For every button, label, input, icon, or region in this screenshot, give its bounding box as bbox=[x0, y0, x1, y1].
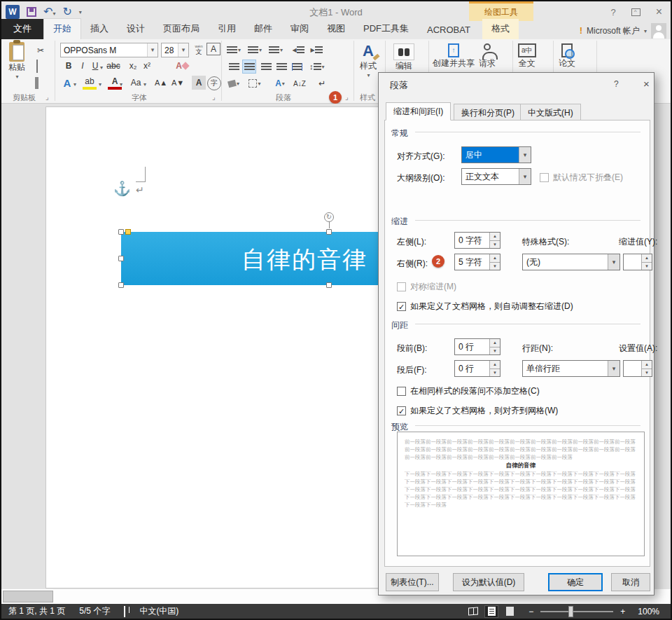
cancel-button[interactable]: 取消 bbox=[611, 573, 650, 591]
zoom-slider-thumb[interactable] bbox=[568, 606, 573, 617]
help-icon[interactable]: ? bbox=[610, 7, 615, 18]
tab-mailings[interactable]: 邮件 bbox=[245, 19, 281, 39]
highlight-color-icon[interactable]: ab bbox=[83, 76, 97, 90]
font-name-caret-icon[interactable]: ▾ bbox=[147, 43, 158, 57]
line-spacing-icon[interactable]: ↕▾ bbox=[309, 60, 325, 74]
font-size-caret-icon[interactable]: ▾ bbox=[178, 43, 188, 57]
underline-caret-icon[interactable]: ▾ bbox=[100, 64, 103, 71]
proofing-icon[interactable] bbox=[117, 607, 132, 616]
outline-caret-icon[interactable]: ▾ bbox=[519, 169, 531, 184]
multilevel-list-icon[interactable]: ▾ bbox=[269, 43, 283, 57]
read-mode-icon[interactable] bbox=[467, 606, 479, 617]
tabs-button[interactable]: 制表位(T)... bbox=[386, 573, 439, 591]
align-right-icon[interactable] bbox=[259, 60, 273, 74]
handle-top-mid[interactable] bbox=[326, 229, 332, 235]
distribute-icon[interactable] bbox=[290, 60, 304, 74]
web-layout-icon[interactable] bbox=[503, 606, 516, 617]
borders-icon[interactable]: ▾ bbox=[248, 76, 262, 90]
horizontal-scrollbar-thumb[interactable] bbox=[3, 591, 53, 602]
copy-icon[interactable] bbox=[36, 60, 38, 73]
page-indicator[interactable]: 第 1 页, 共 1 页 bbox=[1, 605, 72, 617]
tab-design[interactable]: 设计 bbox=[118, 19, 154, 39]
superscript-button[interactable]: x² bbox=[140, 59, 154, 73]
asian-layout-icon[interactable]: A▾ bbox=[273, 76, 287, 90]
shading-icon[interactable]: ▾ bbox=[227, 76, 241, 90]
dialog-tab-indents-spacing[interactable]: 缩进和间距(I) bbox=[386, 102, 451, 120]
rotate-handle[interactable]: ↻ bbox=[324, 212, 334, 222]
indent-by-spinner[interactable]: ▲▼ bbox=[623, 254, 652, 270]
font-size-combo[interactable]: 28 ▾ bbox=[161, 43, 189, 57]
alignment-combo[interactable]: 居中 ▾ bbox=[461, 146, 531, 163]
collapsed-by-default-checkbox[interactable]: 默认情况下折叠(E) bbox=[540, 172, 623, 184]
handle-bottom-left[interactable] bbox=[118, 282, 124, 288]
subscript-button[interactable]: x₂ bbox=[126, 59, 140, 73]
special-format-combo[interactable]: (无) ▾ bbox=[522, 254, 620, 270]
handle-mid-left[interactable] bbox=[118, 256, 124, 261]
tab-review[interactable]: 审阅 bbox=[281, 19, 318, 39]
bullets-icon[interactable]: ▾ bbox=[227, 43, 241, 57]
ok-button[interactable]: 确定 bbox=[548, 573, 603, 591]
styles-button[interactable]: A 样式 ▾ bbox=[360, 42, 377, 78]
bold-button[interactable]: B bbox=[62, 59, 76, 73]
word-count[interactable]: 5/5 个字 bbox=[72, 605, 117, 617]
indent-right-spinner[interactable]: 5 字符 ▲▼ bbox=[454, 254, 500, 270]
zoom-level[interactable]: 100% bbox=[631, 607, 671, 616]
auto-adjust-right-indent-checkbox[interactable]: ✓ 如果定义了文档网格，则自动调整右缩进(D) bbox=[397, 301, 573, 312]
dialog-tab-line-page-breaks[interactable]: 换行和分页(P) bbox=[454, 104, 522, 120]
dialog-close-icon[interactable]: × bbox=[643, 78, 650, 90]
dialog-tab-asian-typography[interactable]: 中文版式(H) bbox=[520, 104, 581, 120]
shrink-font-icon[interactable]: A▼ bbox=[171, 76, 185, 90]
italic-button[interactable]: I bbox=[76, 59, 90, 73]
grow-font-icon[interactable]: A▲ bbox=[154, 76, 168, 90]
phonetic-guide-icon[interactable]: wén文 bbox=[192, 42, 206, 56]
clear-formatting-icon[interactable]: A bbox=[175, 59, 189, 73]
text-box-text[interactable]: 自律的音律 bbox=[241, 244, 368, 276]
cut-icon[interactable]: ✂ bbox=[34, 43, 48, 57]
change-case-icon[interactable]: Aa bbox=[129, 76, 143, 90]
text-effects-icon[interactable]: A bbox=[60, 76, 74, 90]
zoom-slider[interactable] bbox=[540, 611, 613, 612]
sort-icon[interactable]: A↓Z bbox=[293, 76, 307, 90]
alignment-caret-icon[interactable]: ▾ bbox=[519, 147, 531, 163]
request-signatures-button[interactable]: 请求 bbox=[479, 43, 496, 69]
show-marks-icon[interactable]: ↵ bbox=[315, 76, 329, 90]
align-center-icon[interactable] bbox=[242, 60, 256, 74]
no-space-same-style-checkbox[interactable]: 在相同样式的段落间不添加空格(C) bbox=[397, 385, 540, 397]
decrease-indent-icon[interactable]: ◀ bbox=[291, 43, 305, 57]
font-dialog-launcher[interactable]: ⌟ bbox=[211, 92, 216, 102]
align-left-icon[interactable] bbox=[227, 60, 241, 74]
fulltext-translate-button[interactable]: a中 全文 bbox=[518, 43, 536, 69]
character-border-icon[interactable]: A bbox=[206, 43, 220, 55]
handle-top-left[interactable] bbox=[118, 229, 124, 235]
tab-references[interactable]: 引用 bbox=[209, 19, 245, 39]
strikethrough-button[interactable]: abc bbox=[106, 59, 120, 73]
outline-level-combo[interactable]: 正文文本 ▾ bbox=[461, 168, 531, 185]
space-before-spinner[interactable]: 0 行 ▲▼ bbox=[454, 338, 500, 355]
tab-home[interactable]: 开始 bbox=[43, 18, 81, 39]
tab-pdf-tools[interactable]: PDF工具集 bbox=[354, 19, 418, 39]
snap-to-grid-checkbox[interactable]: ✓ 如果定义了文档网格，则对齐到网格(W) bbox=[397, 405, 558, 417]
increase-indent-icon[interactable]: ▶ bbox=[309, 43, 323, 57]
avatar[interactable] bbox=[651, 23, 666, 39]
close-icon[interactable]: × bbox=[656, 6, 662, 18]
handle-bottom-mid[interactable] bbox=[326, 282, 332, 288]
indent-left-spinner[interactable]: 0 字符 ▲▼ bbox=[454, 232, 500, 249]
font-name-combo[interactable]: OPPOSans M ▾ bbox=[60, 43, 158, 57]
paper-check-button[interactable]: 论文 bbox=[559, 43, 575, 69]
mirror-indents-checkbox[interactable]: 对称缩进(M) bbox=[397, 281, 456, 293]
adjust-handle[interactable] bbox=[125, 229, 131, 235]
format-painter-icon[interactable] bbox=[35, 77, 38, 90]
tab-format[interactable]: 格式 bbox=[482, 19, 519, 39]
paste-button[interactable]: 粘贴 ▾ bbox=[8, 42, 25, 80]
tab-page-layout[interactable]: 页面布局 bbox=[154, 19, 209, 39]
tab-insert[interactable]: 插入 bbox=[81, 19, 118, 39]
clipboard-dialog-launcher[interactable]: ⌟ bbox=[45, 92, 50, 102]
enclose-characters-icon[interactable]: 字 bbox=[207, 76, 221, 90]
character-shading-icon[interactable]: A bbox=[192, 76, 206, 90]
dialog-help-icon[interactable]: ? bbox=[614, 79, 619, 89]
line-spacing-combo[interactable]: 单倍行距 ▾ bbox=[522, 360, 620, 377]
tab-file[interactable]: 文件 bbox=[1, 19, 43, 39]
zoom-out-button[interactable]: − bbox=[519, 607, 536, 616]
language-indicator[interactable]: 中文(中国) bbox=[132, 605, 186, 617]
zoom-in-button[interactable]: + bbox=[617, 607, 631, 616]
